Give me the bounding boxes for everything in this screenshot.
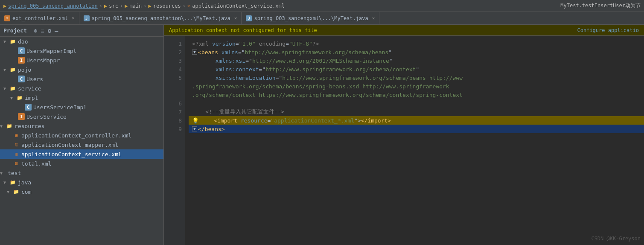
line-num-empty2 — [164, 90, 185, 99]
arrow-pojo: ▼ — [3, 67, 9, 72]
tree-label-usersserviceimpl: UsersServiceImpl — [33, 104, 87, 111]
folder-icon-impl: 📁 — [16, 94, 23, 101]
tree-label-resources: resources — [15, 123, 44, 129]
folder-icon-pojo: 📁 — [9, 66, 16, 73]
code-line-1: <?xml version="1.0" encoding="UTF-8"?> — [189, 39, 644, 48]
xml-icon-mapper: ≋ — [13, 141, 20, 148]
arrow-java: ▼ — [3, 180, 9, 185]
line-num-7: 7 — [164, 108, 185, 116]
breadcrumb-folder-icon1: ▶ — [104, 3, 107, 9]
xml-icon-controller: ≋ — [13, 132, 20, 139]
arrow-test: ▼ — [0, 171, 6, 175]
configure-link[interactable]: Configure applicatio — [577, 27, 639, 33]
class-icon-users: C — [18, 76, 25, 82]
tree-item-total[interactable]: ≋ total.xml — [0, 159, 163, 168]
tab-bar: ≋ ext_controller.xml ✕ J spring_005_sanc… — [0, 12, 644, 25]
line-num-8: 8 — [164, 116, 185, 125]
breadcrumb-resources[interactable]: resources — [153, 3, 181, 9]
tree-item-com[interactable]: ▼ 📁 com — [0, 187, 163, 196]
title-bar: ▶ spring_005_sanceng_annotation › ▶ src … — [0, 0, 644, 12]
tree-label-com: com — [21, 189, 31, 195]
tab-close-2[interactable]: ✕ — [234, 15, 237, 21]
interface-icon-usersservice: I — [18, 113, 25, 120]
tree-item-appctxservice[interactable]: ≋ applicationContext_service.xml — [0, 149, 163, 159]
breadcrumb-folder-icon2: ▶ — [125, 3, 128, 9]
tree-item-usersserviceimpl[interactable]: C UsersServiceImpl — [0, 102, 163, 112]
folder-icon-dao: 📁 — [9, 38, 16, 45]
breadcrumb-sep2: › — [120, 3, 123, 9]
arrow-resources: ▼ — [0, 124, 6, 128]
breadcrumb-project[interactable]: spring_005_sanceng_annotation — [8, 3, 98, 9]
tab-close-3[interactable]: ✕ — [372, 15, 375, 21]
breadcrumb-sep1: › — [99, 3, 102, 9]
tree-item-usersmappr[interactable]: I UsersMappr — [0, 55, 163, 65]
arrow-service: ▼ — [3, 86, 9, 91]
tree-label-usersmappr: UsersMappr — [26, 57, 60, 64]
tree-label-dao: dao — [18, 38, 28, 45]
breadcrumb-file[interactable]: applicationContext_service.xml — [192, 3, 285, 9]
xml-icon-total: ≋ — [13, 160, 20, 167]
tree-item-appctxmapper[interactable]: ≋ applicationContext_mapper.xml — [0, 140, 163, 149]
editor-area: Application context not configured for t… — [164, 25, 644, 245]
code-content[interactable]: <?xml version="1.0" encoding="UTF-8"?> ▼… — [185, 36, 644, 245]
arrow-dao: ▼ — [3, 39, 9, 44]
arrow-impl: ▼ — [10, 96, 16, 100]
sidebar-collapse-icon[interactable]: ≡ — [41, 27, 44, 34]
title-right: MyTest.testInsertUser动为节 — [560, 2, 641, 9]
sidebar-sync-icon[interactable]: ⊕ — [34, 27, 37, 34]
tree-item-test[interactable]: ▼ test — [0, 168, 163, 178]
line-num-3: 3 — [164, 56, 185, 65]
tab-controller-xml[interactable]: ≋ ext_controller.xml ✕ — [0, 12, 79, 24]
sidebar-settings-icon[interactable]: ⚙ — [48, 27, 51, 34]
tree-label-appctxservice: applicationContext_service.xml — [21, 151, 122, 158]
tree-item-appctxcontroller[interactable]: ≋ applicationContext_controller.xml — [0, 131, 163, 140]
tab-mytest-java-2[interactable]: J spring_003_sancengxml\...\MyTest.java … — [242, 12, 379, 24]
breadcrumb-src[interactable]: src — [109, 3, 118, 9]
sidebar: Project ⊕ ≡ ⚙ — ▼ 📁 dao C UsersMapperImp… — [0, 25, 164, 245]
xml-icon-service: ≋ — [13, 151, 20, 158]
tree-item-java[interactable]: ▼ 📁 java — [0, 178, 163, 187]
folder-icon-java: 📁 — [9, 179, 16, 186]
tab-label-2: spring_005_sanceng_annotation\...\MyTest… — [92, 15, 230, 21]
sidebar-header: Project ⊕ ≡ ⚙ — — [0, 25, 163, 37]
class-icon-usersmapperimpl: C — [18, 47, 25, 54]
project-breadcrumb-icon: ▶ — [3, 3, 6, 9]
tab-close-1[interactable]: ✕ — [72, 15, 75, 21]
xml-tab-icon-1: ≋ — [4, 15, 10, 21]
tree-item-service[interactable]: ▼ 📁 service — [0, 84, 163, 93]
java-tab-icon-2: J — [84, 15, 90, 21]
folder-icon-service: 📁 — [9, 85, 16, 92]
tree-item-usersservice[interactable]: I UsersService — [0, 112, 163, 121]
project-label: Project — [3, 27, 27, 34]
tree-label-java: java — [18, 179, 31, 186]
tree-item-impl[interactable]: ▼ 📁 impl — [0, 93, 163, 102]
tree-item-users[interactable]: C Users — [0, 74, 163, 84]
main-layout: Project ⊕ ≡ ⚙ — ▼ 📁 dao C UsersMapperImp… — [0, 25, 644, 245]
code-line-7: <!--批量导入其它配置文件--> — [189, 108, 644, 116]
tab-label-3: spring_003_sancengxml\...\MyTest.java — [254, 15, 368, 21]
warning-bar: Application context not configured for t… — [164, 25, 644, 36]
breadcrumb-main[interactable]: main — [129, 3, 142, 9]
watermark: CSDN @KK-Greyson — [591, 236, 641, 242]
code-line-4: xmlns:context="http://www.springframewor… — [189, 65, 644, 73]
sidebar-minus-icon[interactable]: — — [55, 27, 58, 34]
code-line-3: xmlns:xsi="http://www.w3.org/2001/XMLSch… — [189, 56, 644, 65]
tree-item-usersmapperimpl[interactable]: C UsersMapperImpl — [0, 46, 163, 55]
warning-message: Application context not configured for t… — [169, 27, 317, 33]
tab-mytest-java-1[interactable]: J spring_005_sanceng_annotation\...\MyTe… — [79, 12, 242, 24]
code-line-9: ▼ </beans> — [189, 125, 644, 133]
line-gutter: 1 2 3 4 5 6 7 8 9 — [164, 36, 185, 245]
tree-item-pojo[interactable]: ▼ 📁 pojo — [0, 65, 163, 74]
line-num-9: 9 — [164, 125, 185, 133]
line-num-1: 1 — [164, 39, 185, 48]
tree-label-total: total.xml — [21, 160, 51, 167]
tree-item-resources[interactable]: ▼ 📁 resources — [0, 121, 163, 131]
tree-item-dao[interactable]: ▼ 📁 dao — [0, 37, 163, 46]
code-line-5b: .org/schema/context https://www.springfr… — [189, 90, 644, 99]
folder-icon-com: 📁 — [13, 188, 20, 195]
tree-label-users: Users — [26, 76, 43, 82]
line-num-2: 2 — [164, 48, 185, 56]
tab-label-1: ext_controller.xml — [12, 15, 68, 21]
code-line-5a: .springframework.org/schema/beans/spring… — [189, 82, 644, 90]
code-container: 1 2 3 4 5 6 7 8 9 <?xml version="1.0" en… — [164, 36, 644, 245]
